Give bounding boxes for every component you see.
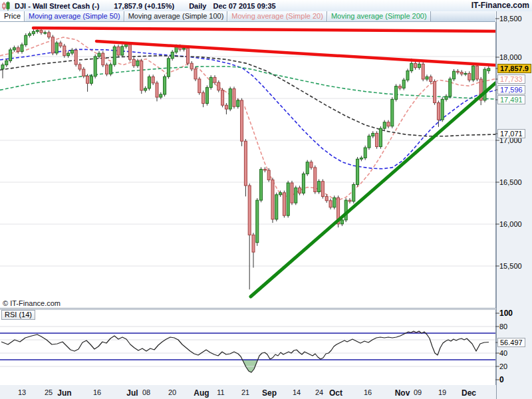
price-axis-label: 15,500 xyxy=(499,262,522,270)
ma20-value-label: 17,733 xyxy=(497,74,525,84)
price-axis-label: 18,000 xyxy=(499,53,522,61)
day-axis-label: 14 xyxy=(293,388,301,396)
month-axis-label: Oct xyxy=(329,388,342,398)
copyright-label: © IT-Finance.com xyxy=(3,299,61,307)
day-axis-label: 20 xyxy=(168,388,176,396)
indicator-tab-bar: PriceMoving average (Simple 50)Moving av… xyxy=(0,11,495,22)
month-axis-label: Jul xyxy=(126,388,138,398)
price-axis-label: 16,000 xyxy=(499,220,522,228)
ma200-value-label: 17,491 xyxy=(497,95,525,104)
rsi-value-label: 56.497 xyxy=(497,338,525,347)
last-price-label: 17,857.9 xyxy=(497,64,531,73)
title-bar: DJI - Wall Street Cash (-) 17,857.9 (+0.… xyxy=(0,0,532,11)
ma100-value-label: 17,071 xyxy=(497,129,525,138)
timeframe-label: Daily xyxy=(189,2,206,10)
rsi-axis-label: 20 xyxy=(499,362,507,370)
rsi-axis-label: 100 xyxy=(499,309,513,318)
day-axis-label: 24 xyxy=(315,388,323,396)
tab-moving-average-simple-200[interactable]: Moving average (Simple 200) xyxy=(327,11,431,21)
tab-moving-average-simple-20[interactable]: Moving average (Simple 20) xyxy=(227,11,327,21)
month-axis-label: Jun xyxy=(57,388,71,398)
tab-moving-average-simple-100[interactable]: Moving average (Simple 100) xyxy=(124,11,228,21)
day-axis-label: 09 xyxy=(414,388,422,396)
day-axis-label: 25 xyxy=(45,388,53,396)
month-axis-label: Aug xyxy=(194,388,209,398)
datetime-label: Dec 07 2015 09:35 xyxy=(213,2,275,10)
month-axis-label: Dec xyxy=(462,388,476,398)
rsi-axis-label: 40 xyxy=(499,349,507,357)
candlestick-icon xyxy=(2,1,11,11)
month-axis-label: Nov xyxy=(395,388,410,398)
ma50-value-label: 17,596 xyxy=(497,85,525,94)
price-axis-label: 16,500 xyxy=(499,178,522,186)
day-axis-label: 21 xyxy=(241,388,249,396)
tab-moving-average-simple-50[interactable]: Moving average (Simple 50) xyxy=(25,11,124,21)
day-axis-label: 19 xyxy=(438,388,446,396)
day-axis-label: 13 xyxy=(18,388,26,396)
price-axis-label: 18,500 xyxy=(499,15,522,23)
day-axis-label: 08 xyxy=(142,388,150,396)
chart-window: DJI - Wall Street Cash (-) 17,857.9 (+0.… xyxy=(0,0,532,399)
day-axis-label: 11 xyxy=(217,388,224,396)
rsi-plot[interactable] xyxy=(0,309,496,386)
main-chart-plot[interactable] xyxy=(0,22,496,309)
last-quote: 17,857.9 (+0.15%) xyxy=(114,2,174,10)
day-axis-label: 16 xyxy=(93,388,101,396)
rsi-axis-label: 0 xyxy=(499,375,504,384)
rsi-axis-label: 80 xyxy=(499,323,507,331)
day-axis-label: 16 xyxy=(364,388,372,396)
brand-logo: IT-Finance.com xyxy=(471,1,529,10)
tab-price[interactable]: Price xyxy=(0,11,25,21)
instrument-title: DJI - Wall Street Cash (-) xyxy=(15,2,99,10)
month-axis-label: Sep xyxy=(262,388,277,398)
rsi-indicator-label: RSI (14) xyxy=(1,310,35,320)
